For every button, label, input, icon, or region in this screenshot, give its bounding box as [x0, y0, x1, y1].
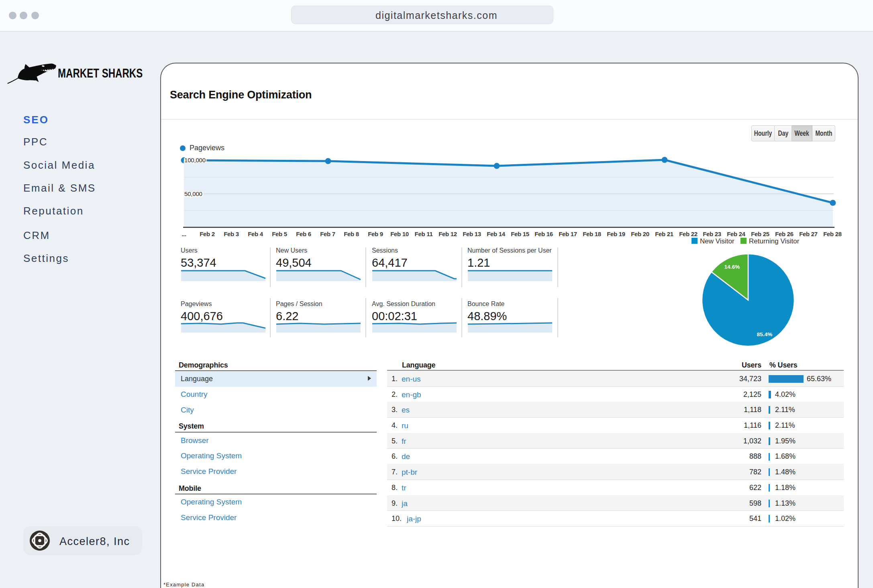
svg-text:14.6%: 14.6%	[724, 264, 740, 270]
svg-text:Feb 23: Feb 23	[703, 231, 721, 237]
svg-text:Feb 20: Feb 20	[631, 231, 649, 237]
svg-text:Feb 8: Feb 8	[344, 231, 359, 237]
svg-text:100,000: 100,000	[184, 157, 206, 163]
svg-text:Feb 5: Feb 5	[272, 231, 287, 237]
svg-text:Feb 7: Feb 7	[320, 231, 335, 237]
svg-text:Feb 27: Feb 27	[799, 231, 818, 237]
svg-text:Feb 15: Feb 15	[511, 231, 529, 237]
svg-text:Feb 21: Feb 21	[655, 231, 673, 237]
svg-text:Feb 17: Feb 17	[559, 231, 577, 237]
svg-text:...: ...	[182, 231, 186, 237]
svg-text:Feb 25: Feb 25	[751, 231, 769, 237]
svg-text:Feb 10: Feb 10	[390, 231, 409, 237]
svg-text:Feb 26: Feb 26	[775, 231, 793, 237]
svg-text:Feb 6: Feb 6	[296, 231, 311, 237]
svg-text:Feb 22: Feb 22	[679, 231, 698, 237]
svg-text:Feb 3: Feb 3	[224, 231, 239, 237]
svg-text:Feb 24: Feb 24	[727, 231, 746, 237]
svg-text:85.4%: 85.4%	[757, 331, 772, 337]
svg-text:Feb 16: Feb 16	[534, 231, 553, 237]
svg-text:Feb 9: Feb 9	[368, 231, 383, 237]
svg-text:Feb 4: Feb 4	[248, 231, 263, 237]
svg-text:Feb 19: Feb 19	[607, 231, 625, 237]
svg-text:Feb 13: Feb 13	[463, 231, 481, 237]
svg-text:50,000: 50,000	[184, 190, 202, 197]
svg-text:Feb 14: Feb 14	[487, 231, 506, 237]
svg-text:Feb 12: Feb 12	[439, 231, 457, 237]
svg-text:Feb 2: Feb 2	[200, 231, 215, 237]
svg-text:Feb 28: Feb 28	[823, 231, 842, 237]
svg-text:Feb 18: Feb 18	[583, 231, 601, 237]
svg-text:Feb 11: Feb 11	[415, 231, 433, 237]
